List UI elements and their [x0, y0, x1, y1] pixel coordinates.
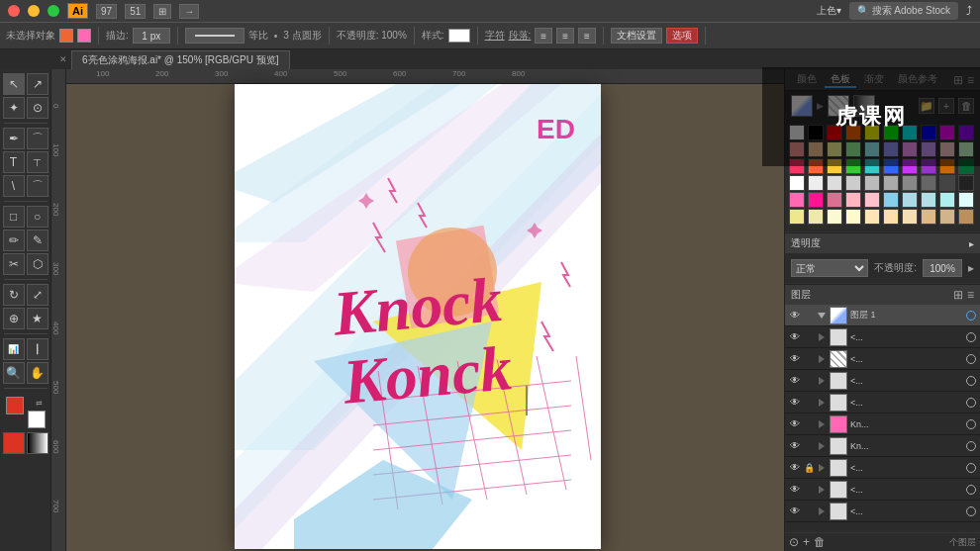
- opacity-input[interactable]: [923, 259, 962, 277]
- zoom-tool[interactable]: 🔍: [3, 362, 25, 384]
- layer-item[interactable]: 👁<...: [785, 392, 980, 413]
- layer-lock-icon[interactable]: [804, 332, 814, 342]
- layer-visibility-icon[interactable]: 👁: [789, 505, 801, 517]
- swatch-cell[interactable]: [883, 209, 899, 225]
- layer-item[interactable]: 👁<...: [785, 479, 980, 501]
- layer-visibility-icon[interactable]: 👁: [789, 484, 801, 496]
- transparency-more-icon[interactable]: ▸: [968, 261, 974, 275]
- swatch-cell[interactable]: [845, 209, 861, 225]
- dash-style[interactable]: [185, 28, 245, 44]
- arc-tool[interactable]: ⌒: [27, 175, 49, 197]
- swatch-cell[interactable]: [808, 209, 824, 225]
- layer-expand-icon[interactable]: [817, 311, 827, 321]
- document-tab[interactable]: 6亮色涂鸦海报.ai* @ 150% [RGB/GPU 预览]: [71, 50, 290, 69]
- color-swatches-tool[interactable]: ⇄: [4, 395, 48, 430]
- swatch-cell[interactable]: [789, 192, 805, 208]
- layout-icon[interactable]: ⊞: [153, 4, 171, 19]
- layer-expand-icon[interactable]: [817, 398, 827, 408]
- align-right-btn[interactable]: ≡: [578, 28, 596, 44]
- rect-tool[interactable]: □: [3, 206, 25, 228]
- column-graph-tool[interactable]: ┃: [27, 338, 49, 360]
- type-tool[interactable]: T: [3, 151, 25, 173]
- layer-lock-icon[interactable]: 🔒: [804, 463, 814, 473]
- layer-visibility-icon[interactable]: 👁: [789, 310, 801, 321]
- swatch-cell[interactable]: [864, 209, 880, 225]
- align-left-btn[interactable]: ≡: [535, 28, 552, 44]
- eraser-tool[interactable]: ⬡: [27, 253, 49, 275]
- layer-item[interactable]: 👁🔒<...: [785, 457, 980, 479]
- layer-item[interactable]: 👁<...: [785, 348, 980, 370]
- share-icon[interactable]: ⤴: [966, 4, 972, 18]
- swatch-cell[interactable]: [845, 192, 861, 208]
- swap-colors-icon[interactable]: ⇄: [34, 397, 46, 409]
- layers-more-icon[interactable]: ⊞: [953, 288, 963, 302]
- swatch-cell[interactable]: [921, 209, 936, 225]
- pencil-tool[interactable]: ✎: [27, 230, 49, 251]
- swatch-cell[interactable]: [845, 175, 861, 191]
- style-preview[interactable]: [448, 29, 470, 43]
- layer-visibility-icon[interactable]: 👁: [789, 418, 801, 430]
- layer-expand-icon[interactable]: [817, 441, 827, 451]
- layer-expand-icon[interactable]: [817, 506, 827, 516]
- layer-visibility-icon[interactable]: 👁: [789, 331, 801, 343]
- swatch-cell[interactable]: [864, 192, 880, 208]
- line-tool[interactable]: \: [3, 175, 25, 197]
- swatch-cell[interactable]: [827, 209, 842, 225]
- curvature-tool[interactable]: ⌒: [27, 128, 49, 149]
- swatch-cell[interactable]: [883, 192, 899, 208]
- direct-selection-tool[interactable]: ↗: [27, 73, 49, 95]
- pen-tool[interactable]: ✒: [3, 128, 25, 149]
- swatch-cell[interactable]: [864, 175, 880, 191]
- layer-expand-icon[interactable]: [817, 419, 827, 429]
- vertical-type-tool[interactable]: ⊤: [27, 151, 49, 173]
- layer-item[interactable]: 👁<...: [785, 326, 980, 348]
- color-mode-select[interactable]: 上色▾: [817, 4, 841, 18]
- paintbrush-tool[interactable]: ✏: [3, 230, 25, 251]
- canvas-area[interactable]: 100 200 300 400 500 600 700 800 0 100 20…: [51, 69, 784, 551]
- layer-visibility-icon[interactable]: 👁: [789, 375, 801, 387]
- rotate-tool[interactable]: ↻: [3, 284, 25, 306]
- swatch-cell[interactable]: [827, 192, 842, 208]
- swatch-cell[interactable]: [883, 175, 899, 191]
- swatch-cell[interactable]: [921, 192, 936, 208]
- layer-item[interactable]: 👁Kn...: [785, 435, 980, 457]
- blend-tool[interactable]: ⊕: [3, 308, 25, 329]
- layer-expand-icon[interactable]: [817, 485, 827, 495]
- new-layer-icon[interactable]: +: [803, 535, 810, 549]
- swatch-cell[interactable]: [958, 192, 974, 208]
- swatch-cell[interactable]: [827, 175, 842, 191]
- swatch-cell[interactable]: [789, 209, 805, 225]
- swatch-cell[interactable]: [958, 209, 974, 225]
- layer-visibility-icon[interactable]: 👁: [789, 353, 801, 365]
- delete-layer-icon[interactable]: 🗑: [814, 535, 826, 549]
- swatch-cell[interactable]: [939, 175, 955, 191]
- swatch-cell[interactable]: [789, 175, 805, 191]
- layer-visibility-icon[interactable]: 👁: [789, 397, 801, 409]
- magic-wand-tool[interactable]: ✦: [3, 97, 25, 119]
- stroke-color-box[interactable]: [28, 411, 46, 428]
- shaper-tool[interactable]: ✂: [3, 253, 25, 275]
- swatch-cell[interactable]: [902, 209, 918, 225]
- swatch-cell[interactable]: [958, 175, 974, 191]
- layer-lock-icon[interactable]: [804, 506, 814, 516]
- close-button[interactable]: [8, 5, 20, 17]
- swatch-cell[interactable]: [939, 209, 955, 225]
- layer-lock-icon[interactable]: [804, 398, 814, 408]
- layer-item[interactable]: 👁<...: [785, 501, 980, 522]
- stroke-swatch[interactable]: [77, 29, 91, 43]
- layer-lock-icon[interactable]: [804, 419, 814, 429]
- arrow-icon[interactable]: →: [179, 4, 199, 19]
- selection-tool[interactable]: ↖: [3, 73, 25, 95]
- swatch-cell[interactable]: [808, 192, 824, 208]
- layer-expand-icon[interactable]: [817, 376, 827, 386]
- layer-lock-icon[interactable]: [804, 354, 814, 364]
- lasso-tool[interactable]: ⊙: [27, 97, 49, 119]
- select-options-btn[interactable]: 选项: [666, 28, 698, 44]
- none-fill-btn[interactable]: [3, 432, 25, 454]
- swatch-cell[interactable]: [902, 192, 918, 208]
- layer-expand-icon[interactable]: [817, 332, 827, 342]
- make-clip-mask-icon[interactable]: ⊙: [789, 535, 799, 549]
- gradient-btn[interactable]: [27, 432, 49, 454]
- blend-mode-select[interactable]: 正常: [791, 259, 868, 277]
- align-center-btn[interactable]: ≡: [556, 28, 574, 44]
